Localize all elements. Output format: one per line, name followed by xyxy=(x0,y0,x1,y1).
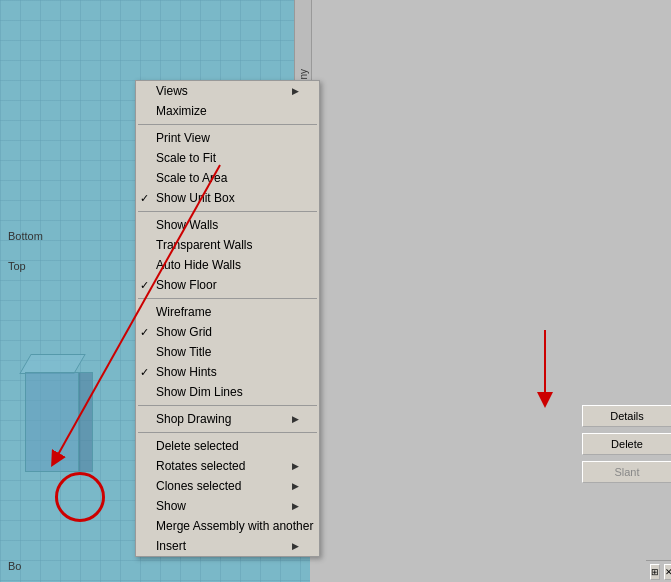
menu-item-show[interactable]: Show xyxy=(136,496,319,516)
menu-item-show_unit_box[interactable]: Show Unit Box xyxy=(136,188,319,208)
box3d-top xyxy=(19,354,86,374)
viewport-label-top: Top xyxy=(8,260,26,272)
menu-item-merge_assembly[interactable]: Merge Assembly with another xyxy=(136,516,319,536)
menu-separator xyxy=(138,211,317,212)
details-button[interactable]: Details xyxy=(582,405,671,427)
menu-item-rotates_selected[interactable]: Rotates selected xyxy=(136,456,319,476)
menu-item-scale_to_area[interactable]: Scale to Area xyxy=(136,168,319,188)
menu-separator xyxy=(138,432,317,433)
menu-item-wireframe[interactable]: Wireframe xyxy=(136,302,319,322)
menu-item-auto_hide_walls[interactable]: Auto Hide Walls xyxy=(136,255,319,275)
bottom-icon-1[interactable]: ⊞ xyxy=(650,564,660,580)
right-panel: Location and Size Right Mouse Click on S… xyxy=(336,0,671,582)
3d-object xyxy=(15,342,95,472)
menu-item-shop_drawing[interactable]: Shop Drawing xyxy=(136,409,319,429)
menu-item-clones_selected[interactable]: Clones selected xyxy=(136,476,319,496)
bottom-bar: ⊞ ✕ Hierarchical Levels xyxy=(646,560,671,582)
menu-item-transparent_walls[interactable]: Transparent Walls xyxy=(136,235,319,255)
slant-button[interactable]: Slant xyxy=(582,461,671,483)
menu-separator xyxy=(138,298,317,299)
menu-item-show_title[interactable]: Show Title xyxy=(136,342,319,362)
menu-item-print_view[interactable]: Print View xyxy=(136,128,319,148)
menu-item-show_grid[interactable]: Show Grid xyxy=(136,322,319,342)
viewport-label-bo: Bo xyxy=(8,560,21,572)
menu-item-insert[interactable]: Insert xyxy=(136,536,319,556)
menu-item-show_dim_lines[interactable]: Show Dim Lines xyxy=(136,382,319,402)
viewport-label-bottom: Bottom xyxy=(8,230,43,242)
box3d-front xyxy=(25,372,80,472)
menu-item-views[interactable]: Views xyxy=(136,81,319,101)
menu-separator xyxy=(138,124,317,125)
menu-item-delete_selected[interactable]: Delete selected xyxy=(136,436,319,456)
menu-item-maximize[interactable]: Maximize xyxy=(136,101,319,121)
main-container: Bottom Top Bo Board Destiny ViewsMaximiz… xyxy=(0,0,671,582)
menu-item-show_hints[interactable]: Show Hints xyxy=(136,362,319,382)
context-menu: ViewsMaximizePrint ViewScale to FitScale… xyxy=(135,80,320,557)
box3d-side xyxy=(78,372,93,472)
bottom-icon-x[interactable]: ✕ xyxy=(664,564,671,580)
menu-item-scale_to_fit[interactable]: Scale to Fit xyxy=(136,148,319,168)
menu-item-show_walls[interactable]: Show Walls xyxy=(136,215,319,235)
menu-item-show_floor[interactable]: Show Floor xyxy=(136,275,319,295)
viewport-circle xyxy=(55,472,105,522)
menu-separator xyxy=(138,405,317,406)
delete-button[interactable]: Delete xyxy=(582,433,671,455)
